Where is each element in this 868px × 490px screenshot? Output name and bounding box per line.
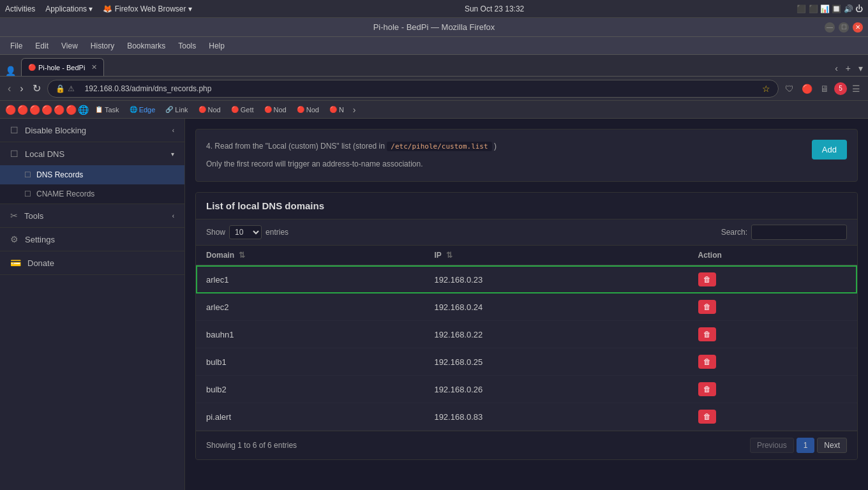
- extensions-icon[interactable]: 5: [834, 82, 847, 95]
- info-note: Only the first record will trigger an ad…: [206, 158, 847, 172]
- firefox-btn[interactable]: 🦊 Firefox Web Browser ▾: [103, 4, 191, 13]
- tab-close-icon[interactable]: ✕: [91, 63, 97, 71]
- menu-tools[interactable]: Tools: [173, 40, 201, 52]
- shield-icon[interactable]: 🛡: [782, 82, 797, 95]
- menu-history[interactable]: History: [86, 40, 119, 52]
- bm-icon-7[interactable]: 🌐: [78, 105, 89, 115]
- chevron-down-icon: ▾: [171, 151, 174, 158]
- bm-nod3[interactable]: 🔴 Nod: [293, 105, 323, 115]
- previous-button[interactable]: Previous: [750, 438, 794, 453]
- menu-edit[interactable]: Edit: [30, 40, 54, 52]
- delete-button[interactable]: 🗑: [698, 355, 716, 369]
- next-button[interactable]: Next: [817, 438, 847, 453]
- bookmarks-overflow-btn[interactable]: ›: [353, 105, 356, 115]
- menu-help[interactable]: Help: [204, 40, 230, 52]
- cell-ip: 192.168.0.83: [424, 403, 687, 431]
- show-entries: Show 10 25 50 100 entries: [206, 225, 288, 239]
- vpn-icon[interactable]: 🔴: [799, 82, 815, 95]
- cell-action: 🗑: [688, 376, 858, 403]
- bm-nod2[interactable]: 🔴 Nod: [260, 105, 290, 115]
- dns-records-label: DNS Records: [36, 170, 83, 179]
- bm-icon-3[interactable]: 🔴: [29, 105, 40, 115]
- delete-button[interactable]: 🗑: [698, 272, 716, 286]
- sidebar-section-donate: 💳 Donate: [0, 251, 184, 275]
- applications-btn[interactable]: Applications ▾: [45, 4, 93, 13]
- bm-task[interactable]: 📋 Task: [91, 105, 123, 115]
- tools-icon: ✂: [10, 211, 18, 221]
- bm-edge[interactable]: 🌐 Edge: [126, 105, 160, 115]
- bookmark-star-icon[interactable]: ☆: [762, 84, 770, 94]
- sidebar-item-donate[interactable]: 💳 Donate: [0, 251, 184, 274]
- bm-gett[interactable]: 🔴 Gett: [227, 105, 258, 115]
- delete-button[interactable]: 🗑: [698, 382, 716, 396]
- menu-icon[interactable]: ☰: [849, 82, 863, 95]
- bm-edge-favicon: 🌐: [130, 106, 137, 113]
- address-input[interactable]: [77, 82, 760, 96]
- bm-icon-6[interactable]: 🔴: [66, 105, 77, 115]
- minimize-button[interactable]: —: [825, 22, 835, 33]
- search-input[interactable]: [751, 225, 847, 240]
- info-text-1: 4. Read from the "Local (custom) DNS" li…: [206, 142, 385, 151]
- cell-domain: arlec1: [196, 265, 424, 293]
- col-ip[interactable]: IP ⇅: [424, 246, 687, 265]
- dns-icon: ☐: [10, 149, 19, 159]
- restore-button[interactable]: ☐: [839, 22, 849, 33]
- menu-bookmarks[interactable]: Bookmarks: [122, 40, 170, 52]
- menu-file[interactable]: File: [5, 40, 27, 52]
- forward-button[interactable]: ›: [17, 82, 26, 96]
- add-button[interactable]: Add: [812, 140, 847, 160]
- bm-icon-2[interactable]: 🔴: [17, 105, 28, 115]
- new-tab-btn[interactable]: +: [843, 62, 853, 75]
- bm-icon-4[interactable]: 🔴: [41, 105, 52, 115]
- sidebar-item-tools[interactable]: ✂ Tools ‹: [0, 204, 184, 227]
- gear-icon: ⚙: [10, 234, 19, 244]
- tab-favicon: 🔴: [28, 64, 36, 71]
- sidebar-sub-item-cname-records[interactable]: ☐ CNAME Records: [0, 184, 184, 204]
- bm-icon-1[interactable]: 🔴: [5, 105, 16, 115]
- browser-title: Pi-hole - BedPi — Mozilla Firefox: [373, 22, 495, 32]
- bm-gett-label: Gett: [241, 106, 254, 114]
- bm-nod1[interactable]: 🔴 Nod: [195, 105, 225, 115]
- bookmark-fav-icons: 🔴 🔴 🔴 🔴 🔴 🔴 🌐: [5, 105, 89, 115]
- activities-btn[interactable]: Activities: [5, 4, 35, 13]
- tab-list-btn[interactable]: ▾: [856, 62, 865, 75]
- sidebar-item-settings[interactable]: ⚙ Settings: [0, 228, 184, 251]
- sidebar-item-disable-blocking[interactable]: ☐ Disable Blocking ‹: [0, 119, 184, 142]
- back-button[interactable]: ‹: [5, 82, 13, 96]
- cname-records-icon: ☐: [24, 189, 31, 198]
- table-header: Domain ⇅ IP ⇅ Action: [196, 246, 857, 265]
- table-row: bulb2 192.168.0.26 🗑: [196, 376, 857, 403]
- tab-back-btn[interactable]: ‹: [832, 62, 841, 75]
- menu-view[interactable]: View: [56, 40, 83, 52]
- tools-chevron-icon: ‹: [172, 212, 174, 219]
- table-row: arlec2 192.168.0.24 🗑: [196, 293, 857, 321]
- bm-n-label: N: [339, 106, 344, 114]
- bm-n[interactable]: 🔴 N: [326, 105, 348, 115]
- cell-action: 🗑: [688, 321, 858, 348]
- show-select[interactable]: 10 25 50 100: [229, 225, 262, 239]
- sidebar-sub-item-dns-records[interactable]: ☐ DNS Records: [0, 165, 184, 184]
- col-domain[interactable]: Domain ⇅: [196, 246, 424, 265]
- cell-domain: bulb1: [196, 348, 424, 376]
- delete-button[interactable]: 🗑: [698, 410, 716, 424]
- bm-link[interactable]: 🔗 Link: [161, 105, 191, 115]
- info-code: /etc/pihole/custom.list: [387, 142, 491, 151]
- tab-pihole[interactable]: 🔴 Pi-hole - BedPi ✕: [21, 58, 104, 76]
- dns-table-body: arlec1 192.168.0.23 🗑 arlec2 192.168.0.2…: [196, 265, 857, 431]
- chevron-right-icon: ‹: [172, 127, 174, 134]
- delete-button[interactable]: 🗑: [698, 327, 716, 341]
- sort-icon-domain: ⇅: [239, 251, 245, 260]
- close-button[interactable]: ✕: [853, 22, 863, 33]
- sidebar-item-local-dns[interactable]: ☐ Local DNS ▾: [0, 142, 184, 165]
- entries-label: entries: [266, 228, 288, 237]
- address-bar-input-wrapper: 🔒 ⚠ ☆: [47, 80, 779, 98]
- screenshot-icon[interactable]: 🖥: [818, 82, 832, 95]
- bm-n-favicon: 🔴: [329, 106, 337, 113]
- delete-button[interactable]: 🗑: [698, 300, 716, 314]
- cell-ip: 192.168.0.24: [424, 293, 687, 321]
- menu-bar: File Edit View History Bookmarks Tools H…: [0, 37, 868, 55]
- reload-button[interactable]: ↻: [30, 81, 43, 96]
- bm-icon-5[interactable]: 🔴: [54, 105, 64, 115]
- cell-action: 🗑: [688, 293, 858, 321]
- page-1-button[interactable]: 1: [797, 438, 815, 453]
